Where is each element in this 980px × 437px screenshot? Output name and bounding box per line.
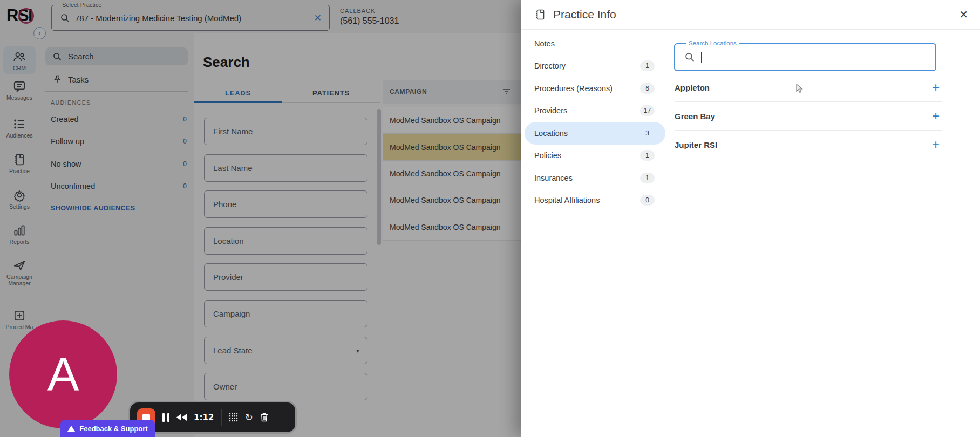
feedback-label: Feedback & Support: [79, 425, 147, 433]
search-locations-input[interactable]: Search Locations: [674, 43, 936, 71]
triangle-icon: [67, 426, 75, 432]
close-icon[interactable]: ✕: [959, 8, 968, 21]
location-name: Appleton: [675, 83, 710, 92]
nav-label: Notes: [534, 39, 555, 48]
locations-list: Appleton + Green Bay + Jupiter RSI +: [675, 73, 942, 159]
count-badge: 17: [640, 105, 655, 116]
count-badge: 0: [640, 195, 655, 206]
mouse-cursor: [796, 84, 803, 95]
drawer-nav-providers[interactable]: Providers 17: [521, 100, 669, 122]
drawer-nav-hospital-affiliations[interactable]: Hospital Affiliations 0: [521, 189, 669, 212]
nav-label: Insurances: [534, 174, 573, 182]
count-badge: 1: [640, 60, 655, 71]
count-badge: 6: [640, 83, 655, 94]
list-item-green-bay[interactable]: Green Bay +: [675, 102, 942, 131]
drawer-nav-locations[interactable]: Locations 3: [525, 122, 665, 145]
recording-timer: 1:12: [194, 413, 214, 422]
rewind-icon[interactable]: [176, 414, 187, 421]
count-badge: 3: [640, 128, 655, 139]
add-icon[interactable]: +: [932, 138, 940, 151]
nav-label: Procedures (Reasons): [534, 84, 612, 93]
drawer-nav-directory[interactable]: Directory 1: [521, 55, 669, 78]
presenter-avatar: A: [9, 320, 117, 428]
text-cursor: [701, 52, 702, 63]
count-badge: 1: [640, 173, 655, 183]
drawer-nav-policies[interactable]: Policies 1: [521, 145, 669, 167]
avatar-letter: A: [47, 351, 79, 398]
notebook-icon: [534, 9, 546, 21]
locations-panel: Search Locations Appleton + Green Bay + …: [669, 30, 980, 437]
count-badge: 1: [640, 150, 655, 161]
pause-button[interactable]: [162, 413, 169, 422]
add-icon[interactable]: +: [932, 81, 940, 94]
drawer-nav-procedures[interactable]: Procedures (Reasons) 6: [521, 77, 669, 100]
feedback-support-button[interactable]: Feedback & Support: [60, 420, 155, 437]
drawer-nav-notes[interactable]: Notes: [521, 32, 669, 55]
nav-label: Providers: [534, 106, 567, 115]
blur-grid-icon[interactable]: [229, 413, 238, 422]
trash-icon[interactable]: [260, 413, 268, 422]
practice-info-drawer: Practice Info ✕ Notes Directory 1 Proced…: [521, 0, 980, 437]
drawer-nav-insurances[interactable]: Insurances 1: [521, 167, 669, 189]
nav-label: Policies: [534, 151, 561, 160]
search-icon: [685, 52, 695, 62]
location-name: Green Bay: [675, 112, 715, 121]
add-icon[interactable]: +: [932, 110, 940, 122]
divider: [221, 409, 222, 426]
list-item-appleton[interactable]: Appleton +: [675, 73, 942, 102]
drawer-header: Practice Info: [521, 0, 980, 30]
nav-label: Hospital Affiliations: [534, 196, 600, 204]
location-name: Jupiter RSI: [675, 140, 717, 149]
restart-icon[interactable]: ↻: [245, 413, 253, 422]
practice-info-nav: Notes Directory 1 Procedures (Reasons) 6…: [521, 30, 669, 437]
list-item-jupiter-rsi[interactable]: Jupiter RSI +: [675, 131, 942, 159]
nav-label: Directory: [534, 62, 566, 70]
drawer-title: Practice Info: [553, 8, 616, 21]
nav-label: Locations: [534, 129, 568, 138]
search-locations-label: Search Locations: [686, 40, 739, 46]
